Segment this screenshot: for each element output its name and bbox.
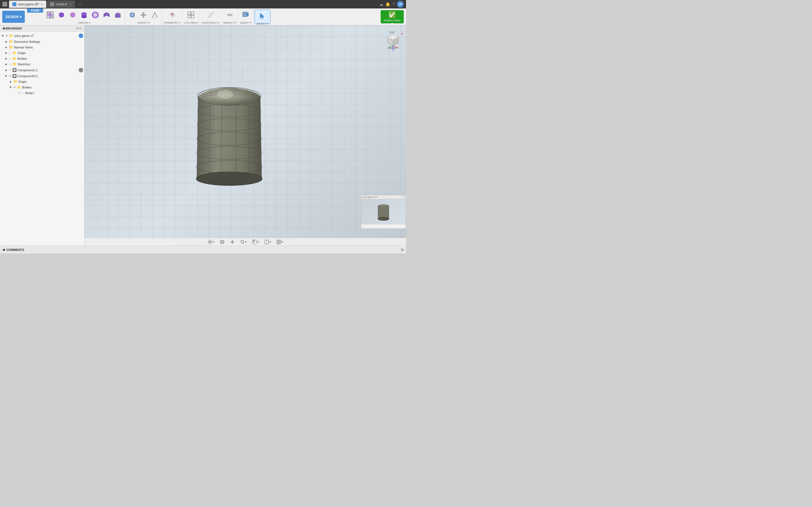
create-label[interactable]: CREATE ▾ [78, 21, 90, 25]
create-sphere-button[interactable] [67, 10, 78, 20]
symmetry-button[interactable] [167, 10, 177, 20]
tree-arrow-origin[interactable]: ▶ [4, 51, 8, 55]
viewport-settings-button[interactable]: ▾ [206, 239, 216, 245]
svg-rect-66 [253, 240, 255, 242]
tree-eye-root[interactable]: 👁 [5, 34, 8, 38]
tree-item-comp1[interactable]: ▶ 👁 🔲 Component1:1 [0, 67, 84, 73]
orientation-cube[interactable]: TOP FRONT ✕ [385, 30, 402, 52]
create-cylinder-button[interactable] [79, 10, 89, 20]
title-bar-right: ☁ 🔔 ? JP [379, 1, 404, 8]
tree-item-comp3[interactable]: ▶ 👁 🔲 Component3:1 [0, 73, 84, 79]
browser-settings-icon[interactable]: ⊙ [76, 26, 79, 30]
minimap-viewport[interactable] [361, 199, 406, 224]
tree-eye-comp1[interactable]: 👁 [9, 69, 11, 72]
select-button[interactable] [257, 11, 268, 21]
modify-edit-button[interactable] [127, 10, 138, 20]
symmetry-label[interactable]: SYMMETRY ▾ [164, 21, 180, 25]
viewport-view-button[interactable]: ▾ [263, 239, 273, 245]
tree-arrow-comp3[interactable]: ▶ [4, 74, 8, 78]
modify-crease-button[interactable] [149, 10, 160, 20]
toolbar-group-create: CREATE ▾ [43, 8, 125, 25]
tab-untitled[interactable]: Untitled* ✕ [47, 1, 75, 8]
tree-item-bodies[interactable]: ▶ 👁 📁 Bodies [0, 56, 84, 61]
app-icon[interactable] [2, 2, 7, 7]
tree-item-sketches[interactable]: ▶ 👁 📁 Sketches [0, 61, 84, 67]
svg-point-46 [196, 172, 262, 186]
viewport-grid-button[interactable]: ▾ [275, 239, 285, 245]
help-icon[interactable]: ? [393, 2, 395, 6]
viewport-pan-button[interactable] [229, 239, 236, 245]
insert-label[interactable]: INSERT ▾ [240, 21, 251, 25]
finish-form-dropdown-icon: ▾ [392, 22, 393, 24]
tree-arrow-bodies[interactable]: ▶ [4, 57, 8, 60]
minimap-close-icon[interactable]: ✕ [403, 196, 405, 198]
viewport-capture-button[interactable] [218, 239, 226, 245]
tree-item-named-views[interactable]: ▶ 📁 Named Views [0, 45, 84, 50]
tree-item-bodies2[interactable]: ▶ 👁 📁 Bodies [0, 84, 84, 90]
add-tab-button[interactable]: + [77, 1, 84, 7]
tree-eye-comp3[interactable]: 👁 [9, 75, 11, 78]
svg-line-24 [208, 12, 213, 18]
create-box-button[interactable] [56, 10, 67, 20]
browser-expand-icon[interactable]: ▷ [80, 26, 82, 30]
tree-arrow-doc[interactable]: ▶ [4, 40, 8, 43]
tree-arrow-comp1[interactable]: ▶ [4, 68, 8, 72]
finish-form-check-icon: ✅ [388, 11, 396, 18]
bell-icon[interactable]: 🔔 [386, 2, 390, 6]
tree-comp-icon-1: 🔲 [12, 68, 17, 72]
comments-expand-icon[interactable]: ▷ [402, 248, 404, 251]
inspect-label[interactable]: INSPECT ▾ [223, 21, 236, 25]
utilities-label[interactable]: UTILITIES ▾ [184, 21, 198, 25]
create-extrude-button[interactable] [112, 10, 123, 20]
viewport-zoom-button[interactable]: ▾ [239, 239, 248, 245]
browser-collapse-icon[interactable]: ◀ [2, 26, 4, 30]
create-torus-button[interactable] [90, 10, 101, 20]
tree-arrow-origin2[interactable]: ▶ [9, 80, 12, 83]
tree-item-body1[interactable]: 👁 ▢ Body1 [0, 90, 84, 96]
tree-eye-origin[interactable]: 👁 [9, 52, 11, 55]
main-layout: ◀ BROWSER ⊙ ▷ ▶ 👁 📁 sorry game v7 ▶ 📁 Do [0, 25, 406, 245]
svg-rect-75 [378, 206, 389, 219]
tree-arrow-root[interactable]: ▶ [1, 34, 4, 38]
comments-collapse-icon[interactable]: ◀ [2, 248, 4, 251]
svg-text:✕: ✕ [401, 32, 403, 36]
tree-item-origin2[interactable]: ▶ 📁 Origin [0, 79, 84, 84]
tree-item-doc-settings[interactable]: ▶ 📁 Document Settings [0, 39, 84, 45]
tree-arrow-sketches[interactable]: ▶ [4, 62, 8, 66]
tree-arrow-named[interactable]: ▶ [4, 46, 8, 49]
tree-item-origin[interactable]: ▶ 👁 📁 Origin [0, 50, 84, 56]
design-mode-button[interactable]: DESIGN ▾ [2, 11, 25, 23]
create-pipe-button[interactable] [101, 10, 112, 20]
insert-button[interactable] [240, 10, 251, 20]
finish-form-button[interactable]: ✅ FINISH FORM ▾ [380, 10, 404, 23]
construct-label[interactable]: CONSTRUCT ▾ [202, 21, 220, 25]
tab-sorry-game[interactable]: sorry game v8* ✕ [9, 1, 46, 8]
tree-eye-bodies[interactable]: 👁 [9, 57, 11, 60]
cloud-icon[interactable]: ☁ [379, 2, 383, 6]
construct-buttons [205, 8, 216, 21]
tree-badge-comp1 [79, 68, 83, 72]
tab-close-2[interactable]: ✕ [69, 3, 71, 6]
construct-button[interactable] [205, 10, 216, 20]
modify-move-button[interactable] [138, 10, 149, 20]
tree-item-root[interactable]: ▶ 👁 📁 sorry game v7 [0, 33, 84, 39]
tree-eye-bodies2[interactable]: 👁 [13, 86, 16, 89]
inspect-button[interactable] [224, 10, 235, 20]
tree-badge-root [79, 34, 83, 38]
tree-folder-named: 📁 [9, 45, 13, 49]
modify-label[interactable]: MODIFY ▾ [138, 21, 149, 25]
viewport-zoom-label: ▾ [245, 240, 247, 243]
tree-arrow-bodies2[interactable]: ▶ [9, 86, 12, 89]
3d-object [190, 74, 269, 192]
insert-buttons [240, 8, 251, 21]
viewport-display-button[interactable]: ▾ [251, 239, 260, 245]
tree-eye-sketches[interactable]: 👁 [9, 63, 11, 66]
tab-close-1[interactable]: ✕ [41, 3, 43, 6]
tree-label-bodies: Bodies [17, 57, 83, 60]
tree-eye-body1[interactable]: 👁 [18, 91, 21, 95]
user-avatar[interactable]: JP [397, 1, 404, 8]
create-sketch-button[interactable] [45, 10, 56, 20]
inspect-buttons [224, 8, 235, 21]
form-tab-indicator[interactable]: FORM [27, 8, 43, 13]
utilities-button[interactable] [186, 10, 196, 20]
